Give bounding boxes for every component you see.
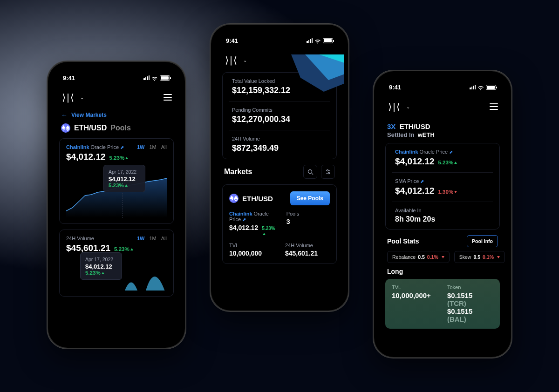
range-tabs: 1W 1M All [137,144,167,150]
battery-icon [486,85,496,90]
see-pools-button[interactable]: See Pools [290,191,330,205]
chevron-down-icon[interactable]: ⌄ [80,95,83,100]
signal-icon [307,38,313,43]
skew-chip[interactable]: Skew0.50.1% [454,251,505,263]
price-chart[interactable]: Apr 17, 2022 $4,012.12 5.23% [66,167,167,218]
pool-info-button[interactable]: Pool Info [467,235,498,247]
svg-line-6 [312,173,313,175]
rebalance-chip[interactable]: Rebalance0.50.1% [387,251,450,263]
eth-icon [61,123,70,133]
hero-graphic [291,54,344,92]
chevron-down-icon: ⌄ [243,58,246,63]
phone-pool-stats: 9:41 ⟩|⟨⌄ 3X ETH/USD Settled In wETH Cha… [373,70,512,358]
svg-point-5 [308,169,312,173]
phone-pools-detail: 9:41 ⟩|⟨⌄ ← View Markets ETH/USD Pools C… [47,61,186,349]
arrow-left-icon: ← [61,111,68,119]
chart-tooltip: Apr 17, 2022 $4,012.12 5.23% [103,165,145,192]
phone-markets-overview: 9:41 ⟩|⟨⌄ Total Value Locked $12,159,332… [210,23,349,312]
range-1w[interactable]: 1W [137,144,145,150]
eth-icon [229,194,239,203]
external-link-icon[interactable]: ⬈ [242,217,246,222]
external-link-icon[interactable]: ⬈ [449,149,453,155]
volume-card: 24H Volume $45,601.21 5.23% 1W 1M All Ap… [59,230,174,297]
triangle-up-icon [125,157,128,159]
search-icon[interactable] [303,165,317,179]
external-link-icon[interactable]: ⬈ [120,145,124,150]
filter-icon[interactable] [321,165,335,179]
menu-icon[interactable] [490,103,498,110]
app-logo[interactable]: ⟩|⟨⌄ [224,54,246,66]
pair-heading: ETH/USD Pools [61,123,172,133]
available-countdown: 8h 30m 20s [395,215,490,223]
market-card-ethusd: ETH/USD See Pools Chainlink Oracle Price… [222,184,337,264]
volume-value: $45,601.21 [66,243,110,253]
signal-icon [470,85,476,89]
oracle-price-change: 5.23% [109,155,129,161]
pool-prices-card: Chainlink Oracle Price⬈ $4,012.125.23% S… [385,143,500,230]
markets-heading: Markets [224,168,252,176]
battery-icon [323,38,333,43]
volume-chart[interactable]: Apr 17, 2022 $4,012.12 5.23% [66,258,167,291]
oracle-price: $4,012.12 [66,152,106,162]
svg-point-10 [328,172,329,174]
app-header: ⟩|⟨⌄ [59,83,174,109]
oracle-price-label: Chainlink Oracle Price⬈ [66,144,128,150]
svg-point-8 [327,169,328,171]
range-1w[interactable]: 1W [137,236,145,241]
status-time: 9:41 [63,74,75,81]
range-all[interactable]: All [161,144,167,150]
app-logo[interactable]: ⟩|⟨⌄ [61,92,83,103]
menu-icon[interactable] [164,94,172,101]
oracle-price-card: Chainlink Oracle Price⬈ $4,012.12 5.23% … [59,138,174,224]
chevron-down-icon: ⌄ [406,104,409,109]
wifi-icon [151,75,158,80]
battery-icon [160,75,170,81]
pool-heading: 3X ETH/USD Settled In wETH [387,122,498,138]
range-1m[interactable]: 1M [149,144,156,150]
range-1m[interactable]: 1M [149,236,156,241]
pending-commits-value: $12,270,000.34 [232,115,327,124]
wifi-icon [477,85,484,89]
signal-icon [143,75,150,80]
back-link[interactable]: ← View Markets [61,111,172,119]
range-all[interactable]: All [161,236,167,241]
24h-volume-value: $872,349.49 [232,143,327,153]
wifi-icon [314,38,321,43]
app-logo[interactable]: ⟩|⟨⌄ [387,101,409,112]
long-position-card: TVL 10,000,000+ Token $0.1515 (TCR) $0.1… [385,279,500,329]
volume-tooltip: Apr 17, 2022 $4,012.12 5.23% [80,252,122,280]
external-link-icon[interactable]: ⬈ [420,179,424,184]
triangle-down-icon [454,191,457,193]
